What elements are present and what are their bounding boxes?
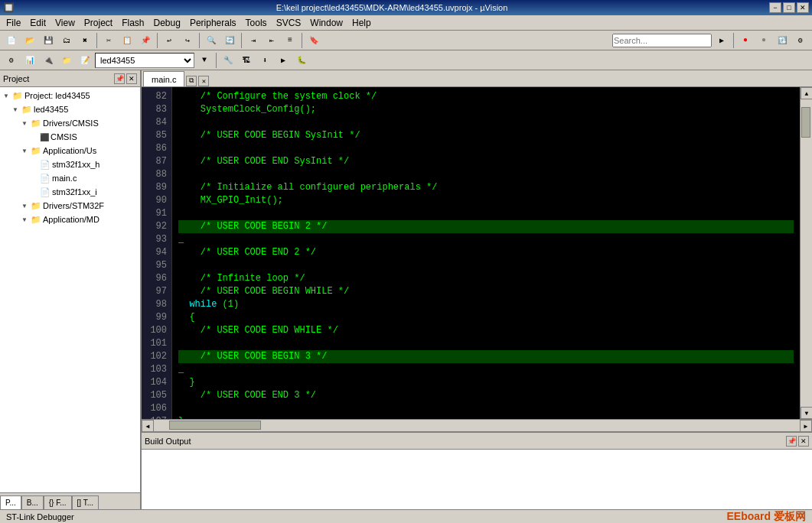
- scroll-thumb-v[interactable]: [801, 107, 810, 138]
- menu-item-flash[interactable]: Flash: [117, 16, 148, 30]
- eeworld-logo: EEboard 爱板网: [727, 510, 806, 524]
- scroll-thumb-h[interactable]: [169, 421, 261, 430]
- editor-and-scroll: 8283848586878889909192939495969798991001…: [142, 87, 812, 431]
- format-button[interactable]: ≡: [282, 32, 298, 49]
- menu-item-help[interactable]: Help: [347, 16, 376, 30]
- code-editor[interactable]: /* Configure the system clock */ SystemC…: [172, 87, 800, 419]
- menu-item-file[interactable]: File: [2, 16, 25, 30]
- find-button[interactable]: 🔍: [203, 32, 220, 49]
- tree-item[interactable]: ⬛CMSIS: [0, 130, 140, 144]
- project-tab-2[interactable]: {} F...: [44, 495, 72, 509]
- folder-icon: 📁: [31, 146, 41, 156]
- paste-button[interactable]: 📌: [137, 32, 154, 49]
- menu-item-tools[interactable]: Tools: [241, 16, 272, 30]
- menu-item-project[interactable]: Project: [80, 16, 117, 30]
- menu-item-peripherals[interactable]: Peripherals: [185, 16, 241, 30]
- save-all-button[interactable]: 🗂: [58, 32, 75, 49]
- tb2-btn3[interactable]: 🔌: [40, 52, 57, 69]
- scroll-track-v[interactable]: [801, 99, 812, 407]
- replace-button[interactable]: 🔄: [221, 32, 238, 49]
- project-tabs: P...B...{} F...[] T...: [0, 492, 140, 509]
- debug-start-button[interactable]: ●: [737, 32, 754, 49]
- new-file-button[interactable]: 📄: [3, 32, 20, 49]
- code-content: 8283848586878889909192939495969798991001…: [142, 87, 800, 419]
- file-icon: 📄: [40, 187, 51, 197]
- scroll-up-arrow[interactable]: ▲: [801, 87, 812, 99]
- project-dropdown-btn[interactable]: ▼: [196, 52, 213, 69]
- tb2-tools-btn[interactable]: 🔧: [220, 52, 236, 69]
- tb2-debug-btn[interactable]: 🐛: [293, 52, 310, 69]
- tree-arrow-icon[interactable]: ▼: [3, 93, 11, 99]
- scroll-left-arrow[interactable]: ◀: [142, 420, 154, 431]
- debug-stop-button[interactable]: ●: [755, 32, 772, 49]
- open-button[interactable]: 📂: [21, 32, 38, 49]
- menu-item-window[interactable]: Window: [305, 16, 347, 30]
- search-input[interactable]: [612, 34, 712, 47]
- close-file-button[interactable]: ✖: [77, 32, 93, 49]
- right-panel: main.c ⧉ ✕ 82838485868788899091929394959…: [142, 70, 812, 509]
- statusbar: ST-Link Debugger EEboard 爱板网: [0, 509, 812, 523]
- menu-item-svcs[interactable]: SVCS: [272, 16, 306, 30]
- undo-button[interactable]: ↩: [161, 32, 178, 49]
- tree-item[interactable]: 📄stm32f1xx_i: [0, 185, 140, 199]
- tree-item[interactable]: ▼📁Application/MD: [0, 213, 140, 226]
- tb2-btn5[interactable]: 📝: [77, 52, 93, 69]
- tree-item[interactable]: ▼📁Project: led43455: [0, 89, 140, 102]
- scroll-right-arrow[interactable]: ▶: [800, 420, 812, 431]
- tb2-btn1[interactable]: ⚙: [3, 52, 20, 69]
- scroll-down-arrow[interactable]: ▼: [801, 407, 812, 419]
- tree-arrow-icon[interactable]: ▼: [21, 216, 29, 223]
- debug-reset-button[interactable]: 🔃: [774, 32, 791, 49]
- tree-item[interactable]: 📄main.c: [0, 171, 140, 185]
- tree-arrow-icon[interactable]: ▼: [21, 148, 29, 154]
- tb2-build-btn[interactable]: 🏗: [238, 52, 255, 69]
- project-tab-3[interactable]: [] T...: [72, 495, 99, 509]
- search-go-button[interactable]: ▶: [713, 32, 730, 49]
- editor-float-button[interactable]: ⧉: [186, 76, 197, 86]
- vertical-scrollbar[interactable]: ▲ ▼: [800, 87, 812, 419]
- menu-item-edit[interactable]: Edit: [25, 16, 51, 30]
- editor-close-button[interactable]: ✕: [198, 76, 209, 86]
- unindent-button[interactable]: ⇤: [263, 32, 280, 49]
- horizontal-scrollbar[interactable]: ◀ ▶: [142, 419, 812, 431]
- tree-arrow-icon[interactable]: ▼: [21, 203, 29, 210]
- menu-item-view[interactable]: View: [51, 16, 80, 30]
- tb2-btn4[interactable]: 📁: [58, 52, 75, 69]
- cut-button[interactable]: ✂: [100, 32, 117, 49]
- tb2-btn2[interactable]: 📊: [21, 52, 38, 69]
- editor-tab-main-c[interactable]: main.c: [143, 71, 184, 86]
- tree-item[interactable]: ▼📁Drivers/STM32F: [0, 199, 140, 213]
- close-button[interactable]: ✕: [797, 2, 809, 13]
- debug-build-button[interactable]: ⚙: [792, 32, 809, 49]
- copy-button[interactable]: 📋: [119, 32, 135, 49]
- tb2-sep1: [216, 53, 217, 68]
- project-select[interactable]: led43455: [95, 53, 194, 68]
- maximize-button[interactable]: □: [783, 2, 795, 13]
- tree-arrow-icon[interactable]: ▼: [21, 120, 29, 127]
- redo-button[interactable]: ↪: [179, 32, 196, 49]
- indent-button[interactable]: ⇥: [245, 32, 262, 49]
- save-button[interactable]: 💾: [40, 32, 57, 49]
- scroll-track-h[interactable]: [154, 420, 800, 431]
- project-panel-close[interactable]: ✕: [126, 73, 137, 84]
- tree-item[interactable]: 📄stm32f1xx_h: [0, 158, 140, 171]
- tree-item[interactable]: ▼📁Drivers/CMSIS: [0, 116, 140, 130]
- toolbar-secondary: ⚙ 📊 🔌 📁 📝 led43455 ▼ 🔧 🏗 ⬇ ▶ 🐛: [0, 50, 812, 70]
- tree-item[interactable]: ▼📁led43455: [0, 102, 140, 116]
- content-area: Project 📌 ✕ ▼📁Project: led43455▼📁led4345…: [0, 70, 812, 509]
- project-tree[interactable]: ▼📁Project: led43455▼📁led43455▼📁Drivers/C…: [0, 87, 140, 492]
- tb2-run-btn[interactable]: ▶: [275, 52, 292, 69]
- tree-item[interactable]: ▼📁Application/Us: [0, 144, 140, 158]
- tb2-download-btn[interactable]: ⬇: [256, 52, 273, 69]
- project-tab-1[interactable]: B...: [21, 495, 44, 509]
- build-output-pin[interactable]: 📌: [786, 436, 797, 447]
- build-output-title: Build Output: [145, 437, 191, 446]
- project-panel-pin[interactable]: 📌: [114, 73, 125, 84]
- toolbar-main: 📄 📂 💾 🗂 ✖ ✂ 📋 📌 ↩ ↪ 🔍 🔄 ⇥ ⇤ ≡ 🔖 ▶ ● ● 🔃 …: [0, 31, 812, 50]
- minimize-button[interactable]: −: [769, 2, 781, 13]
- project-tab-0[interactable]: P...: [0, 495, 21, 509]
- build-output-close[interactable]: ✕: [798, 436, 809, 447]
- menu-item-debug[interactable]: Debug: [149, 16, 185, 30]
- bookmark-button[interactable]: 🔖: [305, 32, 322, 49]
- tree-arrow-icon[interactable]: ▼: [12, 106, 20, 113]
